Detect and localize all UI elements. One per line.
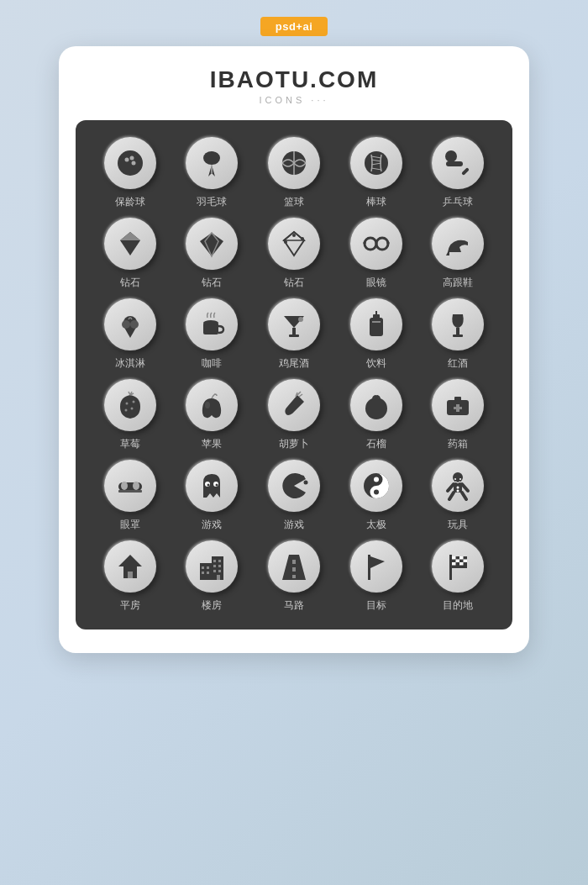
baseball-icon[interactable]: [350, 137, 402, 189]
building-icon[interactable]: [186, 540, 238, 593]
icon-label: 胡萝卜: [279, 437, 309, 451]
diamond3-icon[interactable]: [268, 218, 320, 270]
drink-icon[interactable]: [350, 298, 402, 350]
cocktail-icon[interactable]: [268, 298, 320, 350]
svg-rect-86: [217, 575, 220, 580]
svg-marker-14: [200, 233, 223, 256]
svg-rect-98: [456, 560, 460, 563]
svg-point-20: [284, 240, 287, 244]
site-title: IBAOTU.COM: [76, 66, 512, 93]
svg-point-59: [216, 484, 218, 487]
icon-label: 游戏: [202, 518, 222, 532]
ghost-icon[interactable]: [186, 460, 238, 512]
icon-item: 游戏: [257, 460, 331, 532]
glasses-icon[interactable]: [350, 218, 402, 270]
diamond2-icon[interactable]: [186, 218, 238, 270]
icon-label: 马路: [284, 598, 304, 613]
icon-row: 眼罩游戏游戏太极玩具: [89, 460, 499, 532]
svg-point-27: [122, 320, 130, 329]
svg-marker-13: [120, 232, 140, 240]
bowling-icon[interactable]: [104, 137, 156, 189]
svg-point-44: [124, 409, 127, 412]
icon-item: 鸡尾酒: [257, 298, 331, 371]
svg-point-65: [374, 490, 379, 495]
svg-rect-79: [218, 565, 221, 567]
svg-point-70: [457, 487, 459, 489]
pomegranate-icon[interactable]: [350, 379, 402, 431]
basketball-icon[interactable]: [268, 137, 320, 189]
page-wrapper: psd+ai IBAOTU.COM ICONS ··· 保龄球羽毛球篮球棒球乒乓…: [17, 17, 571, 653]
svg-point-41: [125, 403, 128, 405]
svg-rect-81: [218, 570, 221, 572]
svg-point-61: [300, 476, 304, 480]
svg-point-71: [457, 490, 459, 493]
coffee-icon[interactable]: [186, 298, 238, 350]
icon-item: 目标: [339, 540, 413, 613]
carrot-icon[interactable]: [268, 379, 320, 431]
svg-rect-53: [118, 490, 142, 493]
icon-label: 楼房: [202, 598, 222, 613]
apple-icon[interactable]: [186, 379, 238, 431]
svg-rect-51: [454, 407, 462, 409]
pacman-icon[interactable]: [268, 460, 320, 512]
svg-point-28: [130, 320, 139, 329]
icon-item: 羽毛球: [175, 137, 249, 209]
heels-icon[interactable]: [432, 218, 484, 270]
eyemask-icon[interactable]: [104, 460, 156, 512]
icon-label: 棒球: [366, 195, 386, 209]
icon-item: 马路: [257, 540, 331, 613]
icon-item: 眼罩: [93, 460, 167, 532]
svg-point-3: [131, 161, 135, 166]
svg-rect-84: [202, 572, 204, 574]
svg-rect-90: [292, 575, 296, 578]
icon-row: 草莓苹果胡萝卜石榴药箱: [89, 379, 499, 451]
icon-item: 玩具: [421, 460, 495, 532]
icon-label: 乒乓球: [443, 195, 473, 209]
strawberry-icon[interactable]: [104, 379, 156, 431]
flag-icon[interactable]: [350, 540, 402, 593]
svg-point-18: [292, 234, 296, 237]
svg-point-42: [132, 401, 134, 403]
svg-rect-88: [292, 560, 296, 564]
svg-point-54: [121, 482, 128, 490]
icon-label: 平房: [120, 598, 140, 613]
svg-point-22: [376, 238, 388, 250]
wine-icon[interactable]: [432, 298, 484, 350]
road-icon[interactable]: [268, 540, 320, 593]
icon-label: 玩具: [448, 518, 468, 532]
svg-rect-73: [128, 572, 133, 578]
icon-label: 目的地: [443, 598, 473, 613]
svg-point-8: [365, 151, 388, 175]
svg-point-46: [365, 398, 387, 419]
icecream-icon[interactable]: [104, 298, 156, 350]
icon-item: 苹果: [175, 379, 249, 451]
icon-item: 钻石: [257, 218, 331, 290]
svg-rect-94: [452, 556, 456, 560]
svg-point-30: [203, 320, 218, 325]
icon-item: 游戏: [175, 460, 249, 532]
icon-label: 保龄球: [115, 195, 145, 209]
medkit-icon[interactable]: [432, 379, 484, 431]
svg-rect-38: [372, 321, 381, 323]
icon-label: 太极: [366, 518, 386, 532]
taichi-icon[interactable]: [350, 460, 402, 512]
icon-label: 饮料: [366, 356, 386, 371]
icon-item: 棒球: [339, 137, 413, 209]
svg-rect-35: [370, 318, 383, 336]
svg-rect-10: [461, 167, 470, 176]
icons-label: ICONS ···: [76, 95, 512, 105]
icon-item: 太极: [339, 460, 413, 532]
icon-item: 红酒: [421, 298, 495, 371]
house-icon[interactable]: [104, 540, 156, 593]
svg-point-11: [445, 150, 457, 162]
pingpong-icon[interactable]: [432, 137, 484, 189]
svg-rect-77: [218, 560, 221, 562]
diamond1-icon[interactable]: [104, 218, 156, 270]
icon-row: 保龄球羽毛球篮球棒球乒乓球: [89, 137, 499, 209]
icon-label: 游戏: [284, 518, 304, 532]
svg-rect-97: [459, 562, 464, 566]
badminton-icon[interactable]: [186, 137, 238, 189]
checkeredflag-icon[interactable]: [432, 540, 484, 593]
icon-row: 平房楼房马路目标目的地: [89, 540, 499, 613]
gingerbread-icon[interactable]: [432, 460, 484, 512]
